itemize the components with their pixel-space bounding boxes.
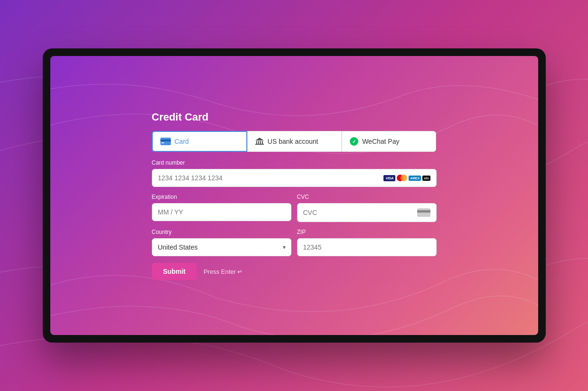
card-logos: VISA AMEX elo xyxy=(383,175,430,181)
press-enter-text: Press Enter ↵ xyxy=(204,268,243,275)
visa-logo: VISA xyxy=(383,175,395,181)
bank-icon xyxy=(255,137,264,146)
zip-group: ZIP xyxy=(297,229,437,256)
country-label: Country xyxy=(152,229,291,235)
svg-rect-8 xyxy=(255,144,264,145)
country-group: Country United States Canada United King… xyxy=(152,229,291,256)
card-number-label: Card number xyxy=(152,159,437,166)
cvc-card-icon xyxy=(417,208,430,217)
laptop-screen: Credit Card Card xyxy=(50,56,538,335)
submit-button[interactable]: Submit xyxy=(152,263,197,280)
laptop-frame: Credit Card Card xyxy=(43,48,546,343)
elo-logo: elo xyxy=(422,176,430,181)
country-wrapper: United States Canada United Kingdom Aust… xyxy=(152,238,291,256)
cvc-label: CVC xyxy=(297,194,437,200)
cvc-input[interactable] xyxy=(303,209,417,216)
expiration-label: Expiration xyxy=(152,194,291,200)
tab-bank-label: US bank account xyxy=(268,138,318,145)
card-number-wrapper: VISA AMEX elo xyxy=(152,169,437,187)
tab-card[interactable]: Card xyxy=(152,131,247,152)
expiry-cvc-row: Expiration CVC xyxy=(152,194,437,222)
submit-row: Submit Press Enter ↵ xyxy=(152,263,437,280)
form-title: Credit Card xyxy=(152,111,437,123)
tab-wechat[interactable]: ✓ WeChat Pay xyxy=(342,131,436,152)
svg-rect-3 xyxy=(256,141,257,144)
amex-logo: AMEX xyxy=(409,176,421,181)
zip-input[interactable] xyxy=(297,238,437,256)
svg-rect-6 xyxy=(262,141,263,144)
card-number-input[interactable] xyxy=(158,174,384,182)
credit-card-icon xyxy=(160,138,171,145)
country-select[interactable]: United States Canada United Kingdom Aust… xyxy=(152,238,291,256)
wechat-icon: ✓ xyxy=(350,137,358,146)
svg-rect-4 xyxy=(258,141,259,144)
expiration-group: Expiration xyxy=(152,194,291,222)
expiration-input[interactable] xyxy=(152,203,291,221)
payment-tabs: Card US bank account xyxy=(152,131,437,152)
mastercard-logo xyxy=(397,175,407,181)
credit-card-form: Credit Card Card xyxy=(152,111,437,280)
card-number-group: Card number VISA AMEX elo xyxy=(152,159,437,187)
svg-rect-5 xyxy=(260,141,261,144)
zip-label: ZIP xyxy=(297,229,437,235)
country-zip-row: Country United States Canada United King… xyxy=(152,229,437,256)
svg-marker-7 xyxy=(255,138,264,140)
cvc-wrapper xyxy=(297,203,437,222)
tab-bank[interactable]: US bank account xyxy=(247,131,342,152)
svg-rect-2 xyxy=(161,142,164,143)
svg-rect-1 xyxy=(160,140,171,141)
tab-wechat-label: WeChat Pay xyxy=(362,138,399,145)
cvc-group: CVC xyxy=(297,194,437,222)
tab-card-label: Card xyxy=(175,138,189,145)
